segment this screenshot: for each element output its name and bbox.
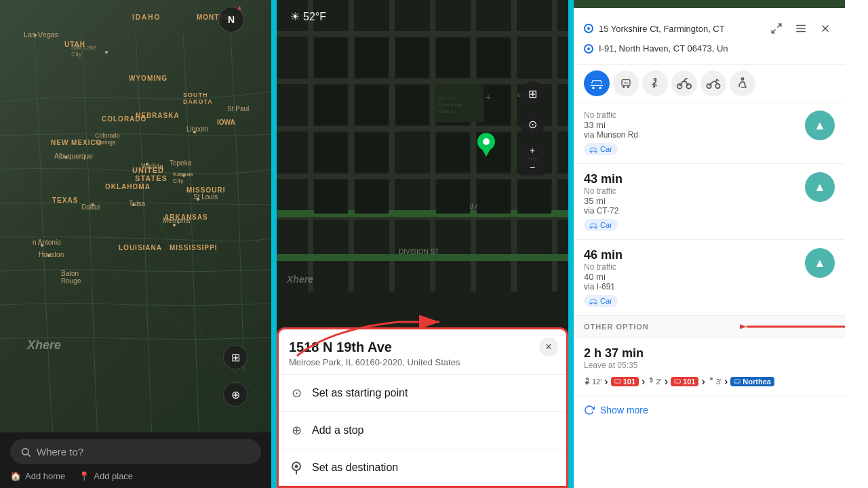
city-label-las-vegas: Las Vegas (24, 30, 58, 39)
close-route-button[interactable] (816, 19, 835, 38)
state-label-mississippi: MISSISSIPPI (170, 244, 217, 251)
show-more-button[interactable]: Show more (574, 396, 845, 424)
zoom-control[interactable]: + − (520, 142, 545, 176)
svg-point-62 (587, 47, 590, 50)
svg-rect-34 (436, 132, 470, 173)
city-dot-dallas (92, 203, 94, 206)
state-label-iowa: IOWA (217, 119, 235, 126)
tab-bike[interactable] (671, 70, 697, 96)
add-home-label: Add home (25, 471, 65, 481)
route-option-2[interactable]: 43 min No traffic 35 mi via CT-72 Car ▲ (574, 164, 845, 240)
route-options-list: No traffic 33 mi via Munson Rd Car ▲ (574, 102, 845, 488)
route-3-car-icon (589, 298, 597, 304)
add-place-label: Add place (94, 471, 133, 481)
middle-layers-button[interactable]: ⊞ (520, 81, 545, 106)
city-label-memphis: Memphis (163, 217, 191, 224)
bottom-actions: 🏠 Add home 📍 Add place (10, 471, 261, 481)
svg-rect-22 (314, 37, 348, 78)
tab-motorcycle[interactable] (701, 70, 726, 96)
svg-marker-49 (481, 147, 492, 157)
route-2-info: 43 min No traffic 35 mi via CT-72 Car (584, 172, 798, 231)
city-label-topeka: Topeka (170, 159, 191, 167)
svg-rect-28 (355, 85, 389, 125)
svg-rect-38 (436, 180, 470, 214)
bus-badge-101-2: 101 (671, 377, 698, 386)
train-badge-northeast: Northea (730, 377, 774, 386)
bike-icon (677, 77, 692, 89)
city-dot-tulsa (132, 203, 135, 206)
city-dot-st-louis (197, 198, 199, 201)
add-home-action[interactable]: 🏠 Add home (10, 471, 65, 481)
tab-accessibility[interactable] (730, 70, 755, 96)
route-option-3[interactable]: 46 min No traffic 40 mi via I-691 Car ▲ (574, 240, 845, 316)
route-3-nav-button[interactable]: ▲ (805, 248, 835, 278)
zoom-in[interactable]: + (527, 142, 538, 159)
city-dot-lincoln (193, 131, 196, 134)
route-to-address: I-91, North Haven, CT 06473, Un (599, 43, 835, 54)
svg-rect-23 (355, 37, 389, 78)
expand-route-button[interactable] (767, 19, 786, 38)
route-2-traffic: No traffic (584, 186, 798, 196)
add-stop-item[interactable]: ⊕ Add a stop (279, 412, 566, 449)
state-label-texas: TEXAS (52, 197, 78, 204)
route-1-nav-button[interactable]: ▲ (805, 110, 835, 140)
city-dot-wichita (146, 163, 149, 165)
here-watermark-1: Xhere (27, 338, 61, 352)
route-2-badge-label: Car (600, 221, 612, 229)
city-label-albuquerque: Albuquerque (54, 152, 93, 160)
step-arrow-2: › (642, 375, 645, 388)
route-3-badge: Car (584, 295, 618, 307)
route-1-traffic: No traffic (584, 110, 798, 120)
layers-button[interactable]: ⊞ (223, 345, 248, 369)
tab-walk[interactable] (642, 70, 668, 96)
step-walk-2: 2' (648, 378, 661, 386)
svg-point-76 (741, 78, 743, 80)
walk-icon (649, 77, 661, 90)
svg-rect-90 (734, 380, 741, 383)
city-dot-san-antonio (41, 244, 43, 247)
route-3-distance: 40 mi (584, 272, 798, 282)
expand-icon (770, 22, 783, 35)
bus-badge-101-1: 101 (611, 377, 639, 386)
svg-rect-88 (675, 380, 681, 383)
svg-rect-37 (355, 180, 389, 214)
menu-route-button[interactable] (791, 19, 810, 38)
location-button[interactable]: ⊕ (223, 382, 248, 407)
popup-close-button[interactable]: × (539, 338, 558, 357)
set-destination-item[interactable]: Set as destination (279, 449, 566, 486)
route-1-nav-icon: ▲ (814, 119, 826, 133)
zoom-out[interactable]: − (527, 159, 538, 176)
route-1-via: via Munson Rd (584, 130, 798, 140)
layers-icon-2: ⊞ (528, 87, 537, 100)
sun-icon: ☀ (290, 10, 300, 23)
route-1-info: No traffic 33 mi via Munson Rd Car (584, 110, 798, 155)
red-arrow-annotation-2 (740, 317, 845, 337)
destination-label: Set as destination (312, 462, 398, 474)
route-2-nav-button[interactable]: ▲ (805, 172, 835, 202)
city-label-kansas-city: KansasCity (173, 171, 193, 184)
bottom-bar: Where to? 🏠 Add home 📍 Add place (0, 432, 271, 488)
svg-rect-86 (614, 380, 620, 383)
walk-step-icon-1 (584, 378, 591, 386)
route-3-badge-label: Car (600, 297, 612, 305)
middle-location-button[interactable]: ⊙ (520, 112, 545, 136)
step-arrow-4: › (701, 375, 705, 388)
compass-label: N (228, 14, 235, 25)
city-label-lincoln: Lincoln (186, 125, 208, 133)
accessibility-icon (736, 77, 749, 90)
tab-transit[interactable] (613, 70, 639, 96)
add-stop-label: Add a stop (312, 424, 364, 436)
add-place-action[interactable]: 📍 Add place (79, 471, 133, 481)
set-starting-point-item[interactable]: ⊙ Set as starting point (279, 375, 566, 412)
car-icon (590, 78, 604, 89)
search-bar[interactable]: Where to? (10, 439, 261, 464)
city-label-colorado-springs: ColoradoSprings (95, 132, 120, 146)
transit-steps: 12' › 101 › 2' › (584, 375, 835, 388)
tab-car[interactable] (584, 70, 610, 96)
svg-rect-29 (395, 85, 429, 125)
route-option-1[interactable]: No traffic 33 mi via Munson Rd Car ▲ (574, 102, 845, 164)
city-dot-albuquerque (64, 156, 67, 159)
show-more-label: Show more (600, 405, 648, 415)
transit-route[interactable]: 2 h 37 min Leave at 05:35 12' › (574, 338, 845, 396)
step-arrow-1: › (604, 375, 608, 388)
